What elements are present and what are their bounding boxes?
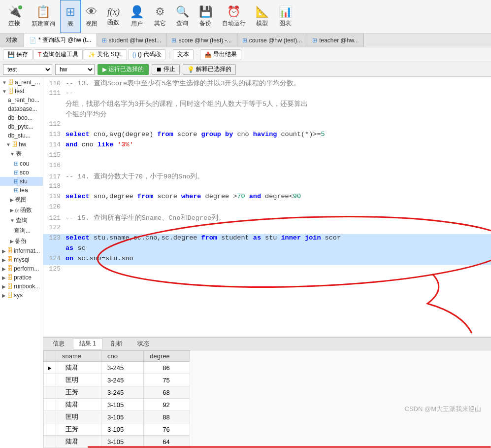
sidebar-item-query-category[interactable]: ▼ 查询 [0,215,43,226]
tab-student[interactable]: ⊞ student @hw (test... [97,34,167,47]
autorun-btn[interactable]: ⏰ 自动运行 [217,0,251,33]
new-query-label: 新建查询 [32,20,55,28]
run-selected-button[interactable]: ▶ 运行已选择的 [98,64,149,75]
code-line-125: 125 [43,265,491,276]
sidebar-item-db-stu[interactable]: db_stu... [0,131,43,140]
connect-icon: 🔌 [8,5,21,18]
watermark: CSDN @M大王派我来巡山 [405,405,481,414]
line-num-123: 123 [43,234,65,241]
informat-arrow-icon: ▶ [2,248,6,254]
col-header-sname: sname [56,351,101,362]
text-button[interactable]: 文本 [173,49,194,60]
code-editor[interactable]: 110 -- 13. 查询Score表中至少有5名学生选修的并以3开头的课程的平… [43,77,491,337]
other-label: 其它 [154,19,166,28]
tab-bar: 对象 📄 * 查询练习 @hw (t... ⊞ student @hw (tes… [0,34,491,47]
stop-button[interactable]: ⏹ 停止 [152,64,180,75]
cell-degree: 76 [144,423,190,436]
line-content-110: -- 13. 查询Score表中至少有5名学生选修的并以3开头的课程的平均分数。 [65,79,491,88]
beautify-button[interactable]: ✨ 美化 SQL [84,49,127,60]
row-pointer [44,411,56,423]
sys-arrow-icon: ▶ [2,293,6,298]
model-label: 模型 [256,19,268,28]
chart-icon: 📊 [279,5,292,18]
view-icon: 👁 [86,5,98,19]
table-row: 匡明3-10588 [44,411,190,423]
tab-teacher[interactable]: ⊞ teacher @hw... [307,34,364,47]
cell-sname: 王芳 [56,386,101,399]
col-header-degree: degree [144,351,190,362]
sidebar-item-pratice[interactable]: ▶ 🗄 pratice [0,273,43,282]
tab-query-icon: 📄 [29,37,36,44]
tab-status[interactable]: 状态 [131,338,156,349]
model-icon: 📐 [256,5,269,18]
user-btn[interactable]: 👤 用户 [125,0,149,33]
results-table-wrap[interactable]: sname cno degree ▶陆君3-24586匡明3-24575王芳3-… [43,350,491,448]
sidebar-item-backup-category[interactable]: ▶ 备份 [0,236,43,246]
line-num-116: 116 [43,162,65,169]
build-icon: T [38,51,41,58]
query-arrow-icon: ▼ [10,218,15,223]
sidebar-item-sco[interactable]: ⊞ sco [0,168,43,177]
connect-btn[interactable]: 🔌 连接 [2,0,27,33]
query-btn[interactable]: 🔍 查询 [171,0,194,33]
fx-arrow-icon: ▶ [10,207,14,213]
sidebar-item-tables-category[interactable]: ▼ 表 [0,149,43,159]
sidebar-item-tea[interactable]: ⊞ tea [0,186,43,195]
build-query-button[interactable]: T 查询创建工具 [33,49,83,60]
sidebar-item-views-category[interactable]: ▶ 视图 [0,195,43,205]
table-row: 陆君3-10592 [44,399,190,411]
user-icon: 👤 [130,5,144,19]
sidebar-item-mysql[interactable]: ▶ 🗄 mysql [0,255,43,264]
cell-sname: 匡明 [56,411,101,423]
sidebar-item-db-pyt[interactable]: db_pytc... [0,122,43,131]
backup-btn[interactable]: 💾 备份 [194,0,217,33]
stop-icon: ⏹ [156,66,162,73]
tab-info[interactable]: 信息 [46,338,71,349]
backup-icon: 💾 [199,5,212,18]
explain-button[interactable]: 💡 解释已选择的 [183,64,236,75]
sidebar-item-query-sub[interactable]: 查询... [0,226,43,236]
arrow-right-icon: ▼ [2,89,7,94]
code-line-123: 123 select stu.sname,sc.cno,sc.degree fr… [43,234,491,244]
tab-result1[interactable]: 结果 1 [73,338,102,349]
chart-btn[interactable]: 📊 图表 [274,0,297,33]
tab-course-icon: ⊞ [242,37,247,44]
sidebar-item-db-boo[interactable]: db_boo... [0,113,43,122]
sidebar-item-cou[interactable]: ⊞ cou [0,159,43,168]
new-query-btn[interactable]: 📋 新建查询 [27,0,60,33]
code-button[interactable]: () () 代码段 [128,49,165,60]
table-row: 王芳3-10576 [44,423,190,436]
sidebar-item-a-rent-sub[interactable]: a_rent_ho... [0,96,43,104]
code-line-117: 117 -- 14. 查询分数大于70，小于90的Sno列。 [43,172,491,182]
main-layout: ▼ 🗄 a_rent_hou ▼ 🗄 test a_rent_ho... dat… [0,77,491,448]
sidebar-item-database[interactable]: database... [0,104,43,113]
view-btn[interactable]: 👁 视图 [81,0,102,33]
sys-db-icon: 🗄 [7,292,13,299]
sidebar-item-hw[interactable]: ▼ 🗄 hw [0,140,43,149]
line-content-cont2: 个组的平均分 [65,110,491,119]
other-btn[interactable]: ⚙ 其它 [149,0,171,33]
function-btn[interactable]: f(x) 函数 [102,0,125,33]
export-button[interactable]: 📤 导出结果 [200,49,241,60]
sidebar-item-fx-category[interactable]: ▶ fx 函数 [0,205,43,215]
db2-select[interactable]: hw [55,64,95,75]
tab-object[interactable]: 对象 [0,34,24,47]
tab-query-practice[interactable]: 📄 * 查询练习 @hw (t... [24,34,97,47]
sidebar-item-runbook[interactable]: ▶ 🗄 runbook... [0,282,43,291]
sidebar-item-sys[interactable]: ▶ 🗄 sys [0,291,43,300]
sidebar-item-test[interactable]: ▼ 🗄 test [0,87,43,96]
table-btn[interactable]: ⊞ 表 [60,0,81,33]
tab-profiling[interactable]: 剖析 [104,338,129,349]
save-button[interactable]: 💾 保存 [3,49,33,60]
tab-score[interactable]: ⊞ score @hw (test) -... [166,34,237,47]
code-line-cont2: 个组的平均分 [43,110,491,120]
sidebar-item-perform[interactable]: ▶ 🗄 perform... [0,264,43,273]
tab-course[interactable]: ⊞ course @hw (test)... [237,34,308,47]
sidebar-item-stu[interactable]: ⊞ stu [0,177,43,186]
main-toolbar: 🔌 连接 📋 新建查询 ⊞ 表 👁 视图 f(x) 函数 👤 用户 ⚙ 其它 🔍… [0,0,491,34]
sidebar-item-a-rent[interactable]: ▼ 🗄 a_rent_hou [0,78,43,87]
db1-select[interactable]: test [3,64,52,75]
tab-teacher-icon: ⊞ [312,37,317,44]
model-btn[interactable]: 📐 模型 [251,0,274,33]
sidebar-item-informat[interactable]: ▶ 🗄 informat... [0,246,43,255]
